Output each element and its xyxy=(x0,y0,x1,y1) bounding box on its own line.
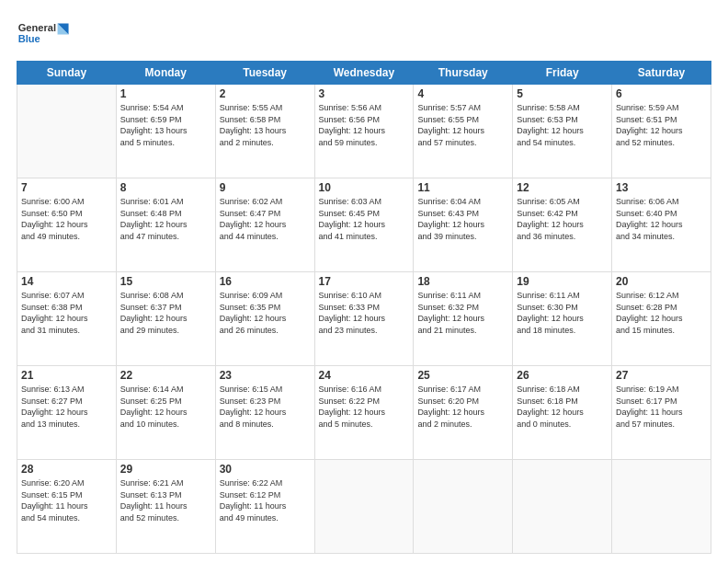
calendar-cell xyxy=(513,460,612,554)
calendar-cell: 21Sunrise: 6:13 AMSunset: 6:27 PMDayligh… xyxy=(17,366,117,460)
calendar-cell: 25Sunrise: 6:17 AMSunset: 6:20 PMDayligh… xyxy=(414,366,513,460)
calendar-cell: 13Sunrise: 6:06 AMSunset: 6:40 PMDayligh… xyxy=(612,178,711,272)
day-number: 21 xyxy=(21,369,112,382)
day-number: 7 xyxy=(21,181,112,194)
calendar-cell: 27Sunrise: 6:19 AMSunset: 6:17 PMDayligh… xyxy=(612,366,711,460)
cell-info: Sunrise: 6:06 AMSunset: 6:40 PMDaylight:… xyxy=(616,196,707,242)
calendar-cell: 20Sunrise: 6:12 AMSunset: 6:28 PMDayligh… xyxy=(612,272,711,366)
cell-info: Sunrise: 6:03 AMSunset: 6:45 PMDaylight:… xyxy=(319,196,410,242)
day-number: 24 xyxy=(319,369,410,382)
cell-info: Sunrise: 5:59 AMSunset: 6:51 PMDaylight:… xyxy=(616,102,707,148)
day-number: 6 xyxy=(616,87,707,100)
calendar-cell: 14Sunrise: 6:07 AMSunset: 6:38 PMDayligh… xyxy=(17,272,117,366)
cell-info: Sunrise: 5:55 AMSunset: 6:58 PMDaylight:… xyxy=(220,102,311,148)
day-header-tuesday: Tuesday xyxy=(215,62,314,85)
cell-info: Sunrise: 6:12 AMSunset: 6:28 PMDaylight:… xyxy=(616,290,707,336)
calendar-cell: 26Sunrise: 6:18 AMSunset: 6:18 PMDayligh… xyxy=(513,366,612,460)
day-header-thursday: Thursday xyxy=(414,62,513,85)
calendar-cell: 3Sunrise: 5:56 AMSunset: 6:56 PMDaylight… xyxy=(314,85,414,178)
cell-info: Sunrise: 6:21 AMSunset: 6:13 PMDaylight:… xyxy=(120,477,211,523)
calendar-week-4: 21Sunrise: 6:13 AMSunset: 6:27 PMDayligh… xyxy=(17,366,711,460)
calendar-week-2: 7Sunrise: 6:00 AMSunset: 6:50 PMDaylight… xyxy=(17,178,711,272)
cell-info: Sunrise: 6:09 AMSunset: 6:35 PMDaylight:… xyxy=(220,290,311,336)
day-number: 17 xyxy=(319,275,410,288)
day-number: 29 xyxy=(120,463,211,476)
days-header-row: SundayMondayTuesdayWednesdayThursdayFrid… xyxy=(17,62,711,85)
cell-info: Sunrise: 5:58 AMSunset: 6:53 PMDaylight:… xyxy=(517,102,608,148)
cell-info: Sunrise: 5:56 AMSunset: 6:56 PMDaylight:… xyxy=(319,102,410,148)
cell-info: Sunrise: 6:20 AMSunset: 6:15 PMDaylight:… xyxy=(21,477,112,523)
day-number: 26 xyxy=(517,369,608,382)
calendar-cell: 7Sunrise: 6:00 AMSunset: 6:50 PMDaylight… xyxy=(17,178,117,272)
calendar-cell: 24Sunrise: 6:16 AMSunset: 6:22 PMDayligh… xyxy=(314,366,414,460)
cell-info: Sunrise: 6:15 AMSunset: 6:23 PMDaylight:… xyxy=(220,384,311,430)
calendar-cell: 19Sunrise: 6:11 AMSunset: 6:30 PMDayligh… xyxy=(513,272,612,366)
calendar-cell: 16Sunrise: 6:09 AMSunset: 6:35 PMDayligh… xyxy=(215,272,314,366)
cell-info: Sunrise: 6:22 AMSunset: 6:12 PMDaylight:… xyxy=(220,477,311,523)
cell-info: Sunrise: 6:07 AMSunset: 6:38 PMDaylight:… xyxy=(21,290,112,336)
svg-text:General: General xyxy=(18,22,56,33)
cell-info: Sunrise: 6:02 AMSunset: 6:47 PMDaylight:… xyxy=(220,196,311,242)
day-number: 14 xyxy=(21,275,112,288)
day-number: 1 xyxy=(120,87,211,100)
calendar-cell: 29Sunrise: 6:21 AMSunset: 6:13 PMDayligh… xyxy=(116,460,215,554)
day-number: 9 xyxy=(220,181,311,194)
calendar-cell: 6Sunrise: 5:59 AMSunset: 6:51 PMDaylight… xyxy=(612,85,711,178)
day-number: 4 xyxy=(417,87,508,100)
cell-info: Sunrise: 6:10 AMSunset: 6:33 PMDaylight:… xyxy=(319,290,410,336)
cell-info: Sunrise: 6:11 AMSunset: 6:30 PMDaylight:… xyxy=(517,290,608,336)
day-number: 23 xyxy=(220,369,311,382)
day-number: 12 xyxy=(517,181,608,194)
day-number: 30 xyxy=(220,463,311,476)
day-number: 18 xyxy=(417,275,508,288)
cell-info: Sunrise: 6:17 AMSunset: 6:20 PMDaylight:… xyxy=(417,384,508,430)
calendar-table: SundayMondayTuesdayWednesdayThursdayFrid… xyxy=(17,61,711,554)
cell-info: Sunrise: 6:14 AMSunset: 6:25 PMDaylight:… xyxy=(120,384,211,430)
calendar-week-3: 14Sunrise: 6:07 AMSunset: 6:38 PMDayligh… xyxy=(17,272,711,366)
calendar-cell: 15Sunrise: 6:08 AMSunset: 6:37 PMDayligh… xyxy=(116,272,215,366)
day-number: 10 xyxy=(319,181,410,194)
calendar-cell xyxy=(414,460,513,554)
day-header-wednesday: Wednesday xyxy=(314,62,414,85)
calendar-cell: 23Sunrise: 6:15 AMSunset: 6:23 PMDayligh… xyxy=(215,366,314,460)
calendar-cell xyxy=(314,460,414,554)
day-number: 27 xyxy=(616,369,707,382)
header: General Blue xyxy=(17,17,711,53)
cell-info: Sunrise: 6:18 AMSunset: 6:18 PMDaylight:… xyxy=(517,384,608,430)
day-number: 3 xyxy=(319,87,410,100)
cell-info: Sunrise: 5:54 AMSunset: 6:59 PMDaylight:… xyxy=(120,102,211,148)
day-number: 16 xyxy=(220,275,311,288)
calendar-cell: 4Sunrise: 5:57 AMSunset: 6:55 PMDaylight… xyxy=(414,85,513,178)
calendar-week-5: 28Sunrise: 6:20 AMSunset: 6:15 PMDayligh… xyxy=(17,460,711,554)
day-number: 20 xyxy=(616,275,707,288)
day-header-sunday: Sunday xyxy=(17,62,117,85)
cell-info: Sunrise: 6:08 AMSunset: 6:37 PMDaylight:… xyxy=(120,290,211,336)
cell-info: Sunrise: 6:00 AMSunset: 6:50 PMDaylight:… xyxy=(21,196,112,242)
cell-info: Sunrise: 5:57 AMSunset: 6:55 PMDaylight:… xyxy=(417,102,508,148)
calendar-cell: 22Sunrise: 6:14 AMSunset: 6:25 PMDayligh… xyxy=(116,366,215,460)
calendar-cell: 2Sunrise: 5:55 AMSunset: 6:58 PMDaylight… xyxy=(215,85,314,178)
calendar-cell: 5Sunrise: 5:58 AMSunset: 6:53 PMDaylight… xyxy=(513,85,612,178)
calendar-cell: 9Sunrise: 6:02 AMSunset: 6:47 PMDaylight… xyxy=(215,178,314,272)
calendar-cell: 18Sunrise: 6:11 AMSunset: 6:32 PMDayligh… xyxy=(414,272,513,366)
calendar-cell: 12Sunrise: 6:05 AMSunset: 6:42 PMDayligh… xyxy=(513,178,612,272)
day-number: 19 xyxy=(517,275,608,288)
day-number: 15 xyxy=(120,275,211,288)
cell-info: Sunrise: 6:13 AMSunset: 6:27 PMDaylight:… xyxy=(21,384,112,430)
calendar-cell: 17Sunrise: 6:10 AMSunset: 6:33 PMDayligh… xyxy=(314,272,414,366)
calendar-cell: 8Sunrise: 6:01 AMSunset: 6:48 PMDaylight… xyxy=(116,178,215,272)
day-number: 25 xyxy=(417,369,508,382)
cell-info: Sunrise: 6:11 AMSunset: 6:32 PMDaylight:… xyxy=(417,290,508,336)
svg-text:Blue: Blue xyxy=(18,33,40,44)
calendar-week-1: 1Sunrise: 5:54 AMSunset: 6:59 PMDaylight… xyxy=(17,85,711,178)
calendar-cell xyxy=(612,460,711,554)
calendar-cell: 11Sunrise: 6:04 AMSunset: 6:43 PMDayligh… xyxy=(414,178,513,272)
day-number: 8 xyxy=(120,181,211,194)
day-number: 28 xyxy=(21,463,112,476)
cell-info: Sunrise: 6:05 AMSunset: 6:42 PMDaylight:… xyxy=(517,196,608,242)
day-header-saturday: Saturday xyxy=(612,62,711,85)
logo-svg: General Blue xyxy=(17,17,72,53)
calendar-cell: 30Sunrise: 6:22 AMSunset: 6:12 PMDayligh… xyxy=(215,460,314,554)
cell-info: Sunrise: 6:19 AMSunset: 6:17 PMDaylight:… xyxy=(616,384,707,430)
day-number: 2 xyxy=(220,87,311,100)
